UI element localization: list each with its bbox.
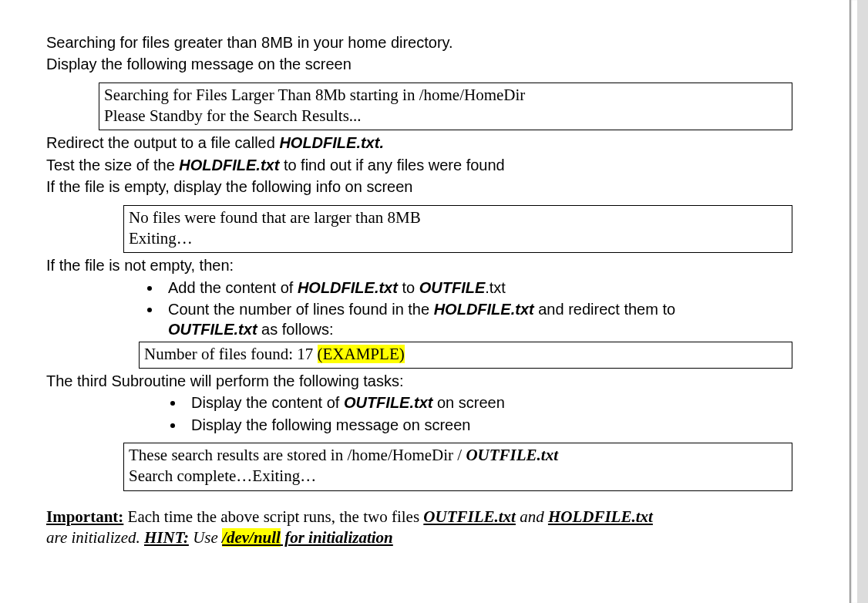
important-note: Important: Each time the above script ru… — [46, 507, 802, 549]
message-box-4: These search results are stored in /home… — [123, 443, 792, 491]
document-page: Searching for files greater than 8MB in … — [0, 0, 848, 566]
box-line: Please Standby for the Search Results... — [104, 106, 787, 126]
text-line: Test the size of the HOLDFILE.txt to fin… — [46, 155, 802, 175]
important-label: Important: — [46, 507, 123, 526]
devnull-highlight: /dev/null — [222, 528, 281, 547]
text: Each time the above script runs, the two… — [123, 507, 423, 526]
text: and redirect them to — [534, 301, 675, 318]
text: Use — [189, 528, 222, 547]
text: These search results are stored in /home… — [129, 446, 466, 464]
text-line: Searching for files greater than 8MB in … — [46, 32, 802, 52]
box-line: Exiting… — [129, 228, 787, 249]
text-line: The third Subroutine will perform the fo… — [46, 371, 802, 391]
list-item: Add the content of HOLDFILE.txt to OUTFI… — [162, 278, 802, 298]
scrollbar[interactable] — [857, 0, 868, 603]
text-line: If the file is empty, display the follow… — [46, 177, 802, 197]
text-line: If the file is not empty, then: — [46, 255, 802, 275]
text-line: Display the following message on the scr… — [46, 54, 802, 74]
box-line: These search results are stored in /home… — [129, 445, 787, 466]
list-item: Count the number of lines found in the H… — [162, 299, 802, 340]
box-line: Number of files found: 17 — [144, 345, 318, 363]
holdfile-ref: HOLDFILE.txt — [434, 301, 534, 318]
holdfile-ref: HOLDFILE.txt. — [279, 134, 384, 151]
box-line: Searching for Files Larger Than 8Mb star… — [104, 85, 787, 106]
message-box-3: Number of files found: 17 (EXAMPLE) — [139, 342, 792, 369]
text: and — [516, 507, 548, 526]
message-box-2: No files were found that are larger than… — [123, 205, 792, 254]
outfile-ref: OUTFILE.txt — [344, 394, 433, 411]
text: Display the content of — [191, 394, 344, 411]
hint-label: HINT: — [144, 528, 189, 547]
list-item: Display the content of OUTFILE.txt on sc… — [185, 392, 802, 413]
text: Add the content of — [168, 279, 298, 296]
outfile-ref: OUTFILE.txt — [466, 446, 558, 464]
text-line: Redirect the output to a file called HOL… — [46, 133, 802, 153]
text: Test the size of the — [46, 157, 179, 173]
page-edge — [849, 0, 857, 603]
outfile-ref: OUTFILE.txt — [423, 507, 516, 526]
text: Count the number of lines found in the — [168, 301, 434, 318]
text: .txt — [485, 279, 506, 296]
bullet-list: Add the content of HOLDFILE.txt to OUTFI… — [162, 278, 802, 340]
outfile-ref: OUTFILE — [419, 279, 486, 296]
holdfile-ref: HOLDFILE.txt — [179, 157, 279, 173]
list-item: Display the following message on screen — [185, 415, 802, 435]
text: Redirect the output to a file called — [46, 134, 279, 151]
holdfile-ref: HOLDFILE.txt — [548, 507, 653, 526]
text: to find out if any files were found — [279, 157, 504, 173]
text: to — [398, 279, 419, 296]
text: as follows: — [257, 321, 334, 338]
box-line: Search complete…Exiting… — [129, 466, 787, 487]
text: for initialization — [281, 528, 393, 547]
holdfile-ref: HOLDFILE.txt — [298, 279, 398, 296]
bullet-list-2: Display the content of OUTFILE.txt on sc… — [185, 392, 802, 435]
text: are initialized. — [46, 528, 144, 547]
example-highlight: (EXAMPLE) — [318, 345, 405, 363]
message-box-1: Searching for Files Larger Than 8Mb star… — [99, 83, 792, 131]
box-line: No files were found that are larger than… — [129, 207, 787, 228]
outfile-ref: OUTFILE.txt — [168, 321, 257, 338]
text: on screen — [432, 394, 504, 411]
